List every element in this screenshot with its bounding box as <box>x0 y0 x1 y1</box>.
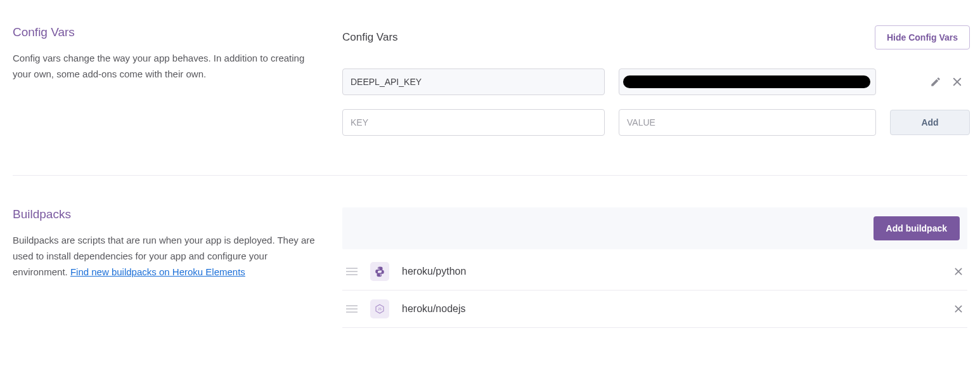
add-buildpack-button[interactable]: Add buildpack <box>874 216 960 240</box>
buildpacks-description: Buildpacks are scripts that are run when… <box>13 233 317 280</box>
config-vars-header: Config Vars Hide Config Vars <box>342 25 970 49</box>
config-vars-left: Config Vars Config vars change the way y… <box>13 25 317 150</box>
buildpacks-right: Add buildpack heroku/python JS heroku/no… <box>342 207 967 328</box>
buildpack-row: heroku/python <box>342 253 967 291</box>
pencil-icon[interactable] <box>929 75 942 88</box>
buildpacks-title: Buildpacks <box>13 207 317 221</box>
close-icon[interactable] <box>951 75 964 88</box>
config-var-value-redacted[interactable] <box>619 69 876 95</box>
buildpack-row: JS heroku/nodejs <box>342 291 967 328</box>
python-icon <box>370 262 389 281</box>
new-value-input[interactable] <box>619 109 876 136</box>
config-vars-section: Config Vars Config vars change the way y… <box>13 19 967 175</box>
config-vars-title: Config Vars <box>13 25 317 39</box>
config-var-key-input[interactable] <box>342 69 605 95</box>
drag-handle-icon[interactable] <box>346 268 358 275</box>
config-var-row-actions <box>929 75 970 88</box>
config-vars-header-title: Config Vars <box>342 31 398 44</box>
buildpacks-header: Add buildpack <box>342 207 967 249</box>
config-var-add-row: Add <box>342 109 970 136</box>
config-vars-right: Config Vars Hide Config Vars Add <box>342 25 970 150</box>
buildpacks-section: Buildpacks Buildpacks are scripts that a… <box>13 175 967 353</box>
hide-config-vars-button[interactable]: Hide Config Vars <box>875 25 970 49</box>
new-key-input[interactable] <box>342 109 605 136</box>
buildpack-name: heroku/python <box>402 266 466 277</box>
nodejs-icon: JS <box>370 299 389 318</box>
svg-text:JS: JS <box>378 307 382 311</box>
buildpacks-elements-link[interactable]: Find new buildpacks on Heroku Elements <box>70 266 245 277</box>
redacted-bar <box>623 75 870 88</box>
close-icon[interactable] <box>953 266 964 277</box>
config-var-row <box>342 69 970 95</box>
config-vars-description: Config vars change the way your app beha… <box>13 51 317 82</box>
buildpacks-left: Buildpacks Buildpacks are scripts that a… <box>13 207 317 328</box>
add-button[interactable]: Add <box>890 110 970 135</box>
drag-handle-icon[interactable] <box>346 305 358 313</box>
close-icon[interactable] <box>953 304 964 314</box>
buildpack-name: heroku/nodejs <box>402 303 466 315</box>
